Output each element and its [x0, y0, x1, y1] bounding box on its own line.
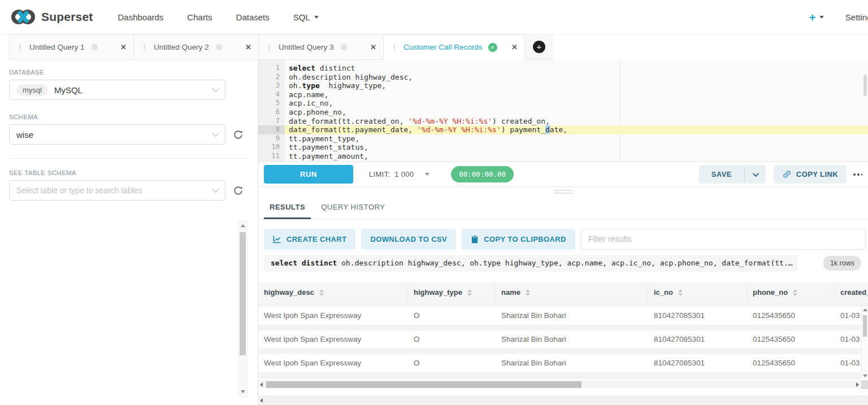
query-tab[interactable]: ⋮Customer Call Records✓✕: [384, 34, 525, 60]
query-tab[interactable]: ⋮Untitled Query 3✕: [259, 34, 384, 60]
panel-resize-handle[interactable]: [258, 187, 868, 196]
editor-code-line[interactable]: tt.payment_status,: [285, 143, 868, 152]
caret-down-icon: [425, 173, 429, 176]
new-item-menu-button[interactable]: +: [809, 11, 824, 23]
panel-horizontal-scrollbar[interactable]: [258, 395, 868, 405]
close-icon[interactable]: ✕: [511, 43, 518, 51]
results-tab-query-history[interactable]: QUERY HISTORY: [315, 196, 390, 219]
results-horizontal-scrollbar[interactable]: [258, 380, 868, 389]
column-header-label: highway_type: [414, 288, 462, 297]
schema-select[interactable]: wise: [9, 124, 225, 145]
scroll-left-icon[interactable]: [260, 398, 263, 403]
sql-string: '%d-%m-%Y %H:%i:%s': [417, 125, 501, 134]
editor-code-line[interactable]: acp.ic_no,: [285, 99, 868, 108]
results-vertical-scrollbar[interactable]: [861, 307, 868, 379]
scroll-up-icon[interactable]: [241, 224, 245, 227]
drag-handle-icon[interactable]: ⋮: [266, 43, 273, 51]
close-icon[interactable]: ✕: [370, 43, 376, 51]
column-header[interactable]: created_on: [835, 282, 868, 303]
limit-dropdown[interactable]: LIMIT: 1 000: [369, 170, 429, 178]
close-icon[interactable]: ✕: [245, 43, 251, 51]
scrollbar-thumb[interactable]: [240, 232, 246, 355]
sort-icon: [678, 289, 683, 296]
nav-item-datasets[interactable]: Datasets: [236, 12, 270, 22]
table-cell: 810427085301: [648, 311, 747, 320]
column-header[interactable]: name: [496, 282, 648, 303]
sql-string: '%d-%m-%Y %H:%i:%s': [408, 117, 492, 125]
scrollbar-thumb[interactable]: [266, 381, 581, 388]
settings-menu[interactable]: Settings: [845, 12, 868, 22]
status-dot-icon: [341, 44, 347, 50]
table-row[interactable]: West Ipoh Span ExpresswayOSharizal Bin B…: [258, 307, 868, 325]
column-header[interactable]: phone_no: [747, 282, 835, 303]
results-tab-results[interactable]: RESULTS: [264, 196, 311, 219]
nav-item-sql[interactable]: SQL: [293, 12, 319, 22]
column-header[interactable]: ic_no: [648, 282, 747, 303]
editor-code-line[interactable]: acp.phone_no,: [285, 108, 868, 117]
editor-results-pane: 1234567891011 select distinctoh.descript…: [258, 60, 868, 405]
status-dot-icon: [216, 44, 222, 50]
nav-item-dashboards[interactable]: Dashboards: [118, 12, 163, 22]
new-tab-button[interactable]: +: [533, 41, 545, 53]
superset-logo-icon: [10, 8, 36, 26]
column-header-label: ic_no: [654, 288, 673, 297]
drag-handle-icon[interactable]: ⋮: [16, 43, 24, 51]
table-row[interactable]: West Ipoh Span ExpresswayOSharizal Bin B…: [258, 330, 868, 349]
editor-code-line[interactable]: oh.description highway_desc,: [285, 73, 868, 82]
scroll-down-icon[interactable]: [863, 374, 867, 377]
refresh-schemas-button[interactable]: [233, 129, 244, 140]
chevron-down-icon: [212, 129, 219, 137]
tab-strip-filler: [553, 34, 868, 60]
sort-icon: [526, 289, 530, 296]
table-row[interactable]: West Ipoh Span ExpresswayOSharizal Bin B…: [258, 354, 868, 372]
save-options-button[interactable]: [745, 165, 766, 184]
scrollbar-corner: [861, 380, 868, 389]
sql-text: oh.description highway_desc,: [289, 73, 413, 81]
filter-results-input[interactable]: [581, 229, 866, 250]
database-select[interactable]: mysql MySQL: [9, 80, 225, 100]
run-button[interactable]: RUN: [264, 165, 353, 184]
scrollbar-thumb[interactable]: [863, 315, 867, 337]
superset-logo[interactable]: Superset: [10, 8, 93, 26]
column-header-label: name: [501, 288, 520, 297]
query-tab[interactable]: ⋮Untitled Query 2✕: [134, 34, 259, 60]
download-csv-button[interactable]: DOWNLOAD TO CSV: [361, 229, 456, 250]
copy-to-clipboard-button[interactable]: COPY TO CLIPBOARD: [462, 229, 575, 250]
editor-code-line[interactable]: tt.payment_amount,: [285, 152, 868, 161]
table-select[interactable]: Select table or type to search tables: [9, 180, 225, 201]
editor-code-line[interactable]: date_format(tt.created_on, '%d-%m-%Y %H:…: [285, 117, 868, 126]
sidebar-scrollbar[interactable]: [238, 220, 248, 397]
scroll-left-icon[interactable]: [260, 382, 263, 387]
sql-editor[interactable]: 1234567891011 select distinctoh.descript…: [258, 60, 868, 162]
text-cursor: d: [545, 125, 550, 134]
table-cell: O: [408, 311, 496, 320]
column-header[interactable]: highway_desc: [258, 282, 408, 303]
editor-code[interactable]: select distinctoh.description highway_de…: [285, 60, 868, 161]
save-split-button: SAVE: [699, 165, 766, 184]
editor-code-line[interactable]: tt.payment_type,: [285, 134, 868, 143]
editor-code-line[interactable]: oh.type highway_type,: [285, 81, 868, 90]
scroll-right-icon[interactable]: [856, 382, 859, 387]
query-tab[interactable]: ⋮Untitled Query 1✕: [9, 34, 134, 60]
create-chart-button[interactable]: CREATE CHART: [264, 229, 355, 250]
new-tab-zone: +: [525, 34, 553, 60]
sql-text: tt.payment_status,: [289, 143, 368, 151]
copy-link-button[interactable]: COPY LINK: [774, 165, 847, 184]
nav-item-charts[interactable]: Charts: [187, 12, 212, 22]
editor-line-number: 2: [258, 73, 285, 82]
column-header[interactable]: highway_type: [408, 282, 496, 303]
editor-code-line[interactable]: select distinct: [285, 64, 868, 73]
editor-code-line[interactable]: acp.name,: [285, 90, 868, 99]
editor-scrollbar[interactable]: [863, 75, 867, 96]
scroll-up-icon[interactable]: [863, 308, 867, 311]
save-button[interactable]: SAVE: [699, 165, 744, 184]
status-dot-icon: [92, 44, 98, 50]
drag-handle-icon[interactable]: ⋮: [390, 43, 398, 51]
editor-code-line[interactable]: date_format(tt.payment_date, '%d-%m-%Y %…: [285, 125, 868, 134]
drag-handle-icon[interactable]: ⋮: [141, 43, 148, 51]
refresh-tables-button[interactable]: [233, 185, 244, 196]
close-icon[interactable]: ✕: [120, 43, 127, 51]
sidebar-divider: [9, 158, 249, 159]
more-actions-button[interactable]: [853, 173, 862, 176]
scroll-down-icon[interactable]: [241, 390, 245, 393]
